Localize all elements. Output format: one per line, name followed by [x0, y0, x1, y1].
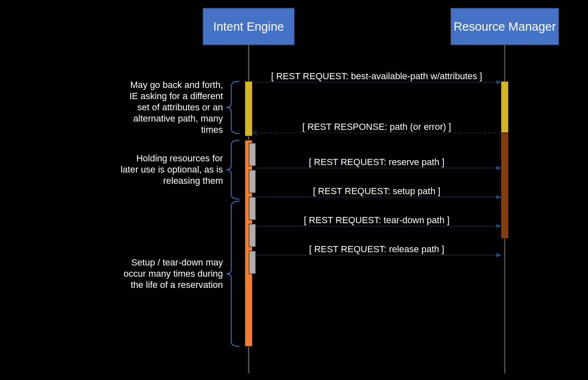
left-grey-5 [249, 251, 256, 274]
phase-holding-line-1: later use is optional, as is [121, 164, 223, 175]
phase-negotiate-line-3: alternative path, many [133, 113, 223, 124]
msg-best-avail-label: [ REST REQUEST: best-available-path w/at… [271, 71, 482, 81]
msg-reserve-label: [ REST REQUEST: reserve path ] [309, 157, 444, 167]
right-brown [501, 133, 508, 239]
msg-path-response-label: [ REST RESPONSE: path (or error) ] [302, 122, 451, 132]
left-yellow [245, 81, 252, 136]
left-grey-3 [249, 197, 256, 220]
msg-teardown-label: [ REST REQUEST: tear-down path ] [304, 215, 450, 225]
phase-repeat-line-0: Setup / tear-down may [131, 257, 223, 268]
phase-negotiate-line-1: IE asking for a different [129, 91, 223, 101]
left-grey-1 [249, 143, 256, 166]
phase-negotiate-line-2: set of attributes or an [137, 102, 223, 112]
participant-label-right: Resource Manager [454, 20, 556, 33]
phase-repeat-brace [226, 201, 240, 346]
phase-holding-line-2: releasing them [163, 175, 223, 186]
phase-negotiate-brace [226, 81, 240, 134]
phase-repeat-line-1: occur many times during [123, 268, 223, 279]
phase-repeat-line-2: the life of a reservation [131, 280, 223, 290]
msg-release-label: [ REST REQUEST: release path ] [309, 244, 444, 254]
msg-setup-label: [ REST REQUEST: setup path ] [313, 186, 440, 196]
phase-holding-line-0: Holding resources for [136, 153, 223, 163]
phase-negotiate-line-0: May go back and forth, [130, 80, 223, 90]
phase-holding-brace [226, 140, 240, 199]
phase-negotiate-line-4: times [201, 124, 223, 135]
left-grey-2 [249, 170, 256, 193]
participant-label-left: Intent Engine [213, 20, 284, 33]
left-grey-4 [249, 224, 256, 247]
sequence-diagram: Intent EngineResource Manager[ REST REQU… [0, 0, 588, 380]
right-yellow [501, 81, 508, 133]
